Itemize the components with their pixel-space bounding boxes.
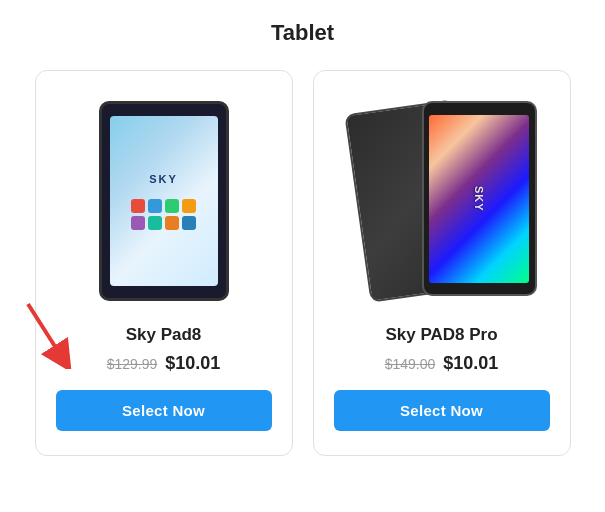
select-now-button-sky-pad8-pro[interactable]: Select Now: [334, 390, 550, 431]
tablet-pro-logo: SKY: [473, 186, 485, 212]
select-now-button-sky-pad8[interactable]: Select Now: [56, 390, 272, 431]
tablet-device-pad8-pro: SKY SKY: [337, 96, 547, 306]
price-original-sky-pad8: $129.99: [107, 356, 158, 372]
product-pricing-sky-pad8-pro: $149.00 $10.01: [385, 353, 499, 374]
tablet-screen-pad8: SKY: [110, 116, 218, 286]
product-name-sky-pad8-pro: Sky PAD8 Pro: [385, 325, 497, 345]
tablet-device-pad8: SKY: [99, 101, 229, 301]
tablet-logo-pad8: SKY: [149, 173, 178, 185]
price-original-sky-pad8-pro: $149.00: [385, 356, 436, 372]
arrow-indicator: [18, 299, 78, 373]
svg-line-1: [28, 304, 63, 359]
page-title: Tablet: [271, 20, 334, 46]
product-card-sky-pad8: SKY Sky Pad8 $129.99 $10.01: [35, 70, 293, 456]
product-name-sky-pad8: Sky Pad8: [126, 325, 202, 345]
tablet-front-pad8-pro: SKY: [422, 101, 537, 296]
tablet-pro-screen: SKY: [429, 115, 529, 283]
product-image-sky-pad8-pro: SKY SKY: [334, 91, 550, 311]
products-grid: SKY Sky Pad8 $129.99 $10.01: [35, 70, 571, 456]
price-current-sky-pad8-pro: $10.01: [443, 353, 498, 374]
product-image-sky-pad8: SKY: [56, 91, 272, 311]
product-card-sky-pad8-pro: SKY SKY Sky PAD8 Pro $149.00 $10.01 Sele…: [313, 70, 571, 456]
product-pricing-sky-pad8: $129.99 $10.01: [107, 353, 221, 374]
price-current-sky-pad8: $10.01: [165, 353, 220, 374]
tablet-app-icons: [131, 199, 196, 230]
